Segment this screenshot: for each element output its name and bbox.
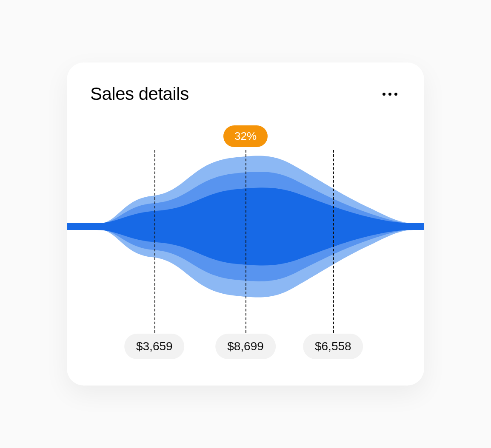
percent-badge: 32%: [223, 125, 268, 147]
sales-details-card: Sales details 32% $3,659 $8,699 $6,558: [67, 62, 424, 386]
value-pill: $6,558: [303, 334, 363, 359]
more-options-icon: [394, 93, 397, 96]
more-options-icon: [383, 93, 385, 96]
value-pill: $3,659: [124, 334, 185, 359]
value-pill: $8,699: [215, 334, 276, 359]
guide-line: [246, 150, 246, 337]
stream-chart: 32% $3,659 $8,699 $6,558: [67, 125, 424, 359]
more-options-button[interactable]: [379, 89, 401, 99]
more-options-icon: [388, 93, 391, 96]
guide-line: [333, 150, 334, 337]
card-title: Sales details: [90, 84, 189, 104]
card-header: Sales details: [67, 84, 424, 104]
guide-line: [154, 150, 155, 337]
